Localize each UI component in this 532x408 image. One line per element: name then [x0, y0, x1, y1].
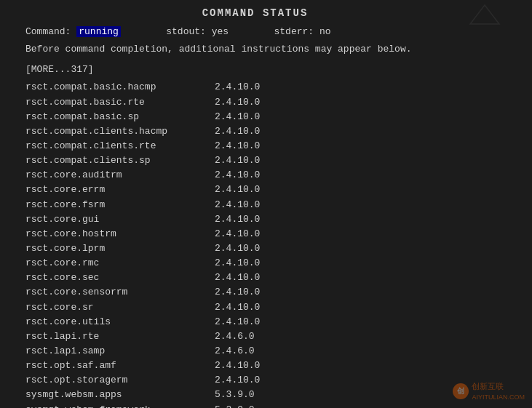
pkg-version: 2.4.10.0 — [215, 95, 260, 110]
pkg-version: 2.4.10.0 — [215, 212, 260, 227]
list-item: rsct.core.rmc2.4.10.0 — [25, 256, 525, 271]
list-item: rsct.core.sec2.4.10.0 — [25, 271, 525, 285]
list-item: rsct.opt.storagerm2.4.10.0 — [25, 373, 525, 388]
list-item: rsct.lapi.samp2.4.6.0 — [25, 344, 525, 359]
stderr-label: stderr: — [274, 26, 314, 37]
pkg-version: 2.4.10.0 — [215, 315, 260, 329]
list-item: rsct.opt.saf.amf2.4.10.0 — [25, 359, 525, 373]
pkg-version: 2.4.10.0 — [215, 198, 260, 212]
list-item: rsct.core.auditrm2.4.10.0 — [25, 168, 525, 183]
watermark: 创 创新互联AIYITULIAN.COM — [453, 381, 525, 401]
svg-marker-0 — [470, 5, 499, 24]
list-item: sysmgt.websm.framework5.3.9.0 — [25, 403, 525, 408]
page-title: COMMAND STATUS — [0, 7, 532, 19]
pkg-version: 2.4.10.0 — [215, 373, 260, 388]
pkg-name: rsct.core.errm — [25, 183, 215, 197]
pkg-version: 2.4.10.0 — [215, 271, 260, 285]
pkg-name: rsct.compat.basic.sp — [25, 110, 215, 124]
pkg-name: rsct.compat.basic.rte — [25, 95, 215, 110]
pkg-name: sysmgt.websm.apps — [25, 388, 215, 402]
terminal-window: COMMAND STATUS Command: running stdout: … — [0, 0, 532, 408]
list-item: sysmgt.websm.apps5.3.9.0 — [25, 388, 525, 402]
pkg-version: 2.4.10.0 — [215, 139, 260, 153]
pkg-version: 2.4.10.0 — [215, 153, 260, 168]
list-item: rsct.core.fsrm2.4.10.0 — [25, 198, 525, 212]
pkg-name: rsct.core.sr — [25, 300, 215, 315]
list-item: rsct.compat.clients.hacmp2.4.10.0 — [25, 124, 525, 139]
pkg-name: sysmgt.websm.framework — [25, 403, 215, 408]
more-line: [MORE...317] — [25, 63, 525, 77]
pkg-name: rsct.core.gui — [25, 212, 215, 227]
pkg-version: 2.4.10.0 — [215, 300, 260, 315]
package-list: rsct.compat.basic.hacmp2.4.10.0rsct.comp… — [25, 80, 525, 408]
pkg-version: 2.4.10.0 — [215, 124, 260, 139]
command-label: Command: — [25, 26, 71, 37]
pkg-version: 2.4.10.0 — [215, 241, 260, 256]
pkg-name: rsct.compat.clients.sp — [25, 153, 215, 168]
pkg-version: 2.4.10.0 — [215, 359, 260, 373]
watermark-text: 创新互联AIYITULIAN.COM — [472, 381, 525, 401]
list-item: rsct.compat.basic.rte2.4.10.0 — [25, 95, 525, 110]
stderr-value: no — [319, 26, 331, 37]
pkg-version: 2.4.10.0 — [215, 256, 260, 271]
pkg-version: 5.3.9.0 — [215, 403, 255, 408]
command-value: running — [76, 26, 121, 37]
pkg-version: 2.4.10.0 — [215, 80, 260, 95]
pkg-name: rsct.lapi.samp — [25, 344, 215, 359]
list-item: rsct.core.hostrm2.4.10.0 — [25, 227, 525, 241]
pkg-version: 2.4.6.0 — [215, 329, 255, 344]
list-item: rsct.compat.clients.rte2.4.10.0 — [25, 139, 525, 153]
pkg-name: rsct.opt.saf.amf — [25, 359, 215, 373]
pkg-name: rsct.lapi.rte — [25, 329, 215, 344]
pkg-version: 2.4.6.0 — [215, 344, 255, 359]
list-item: rsct.core.gui2.4.10.0 — [25, 212, 525, 227]
top-logo — [467, 4, 503, 25]
pkg-version: 2.4.10.0 — [215, 110, 260, 124]
pkg-name: rsct.compat.clients.rte — [25, 139, 215, 153]
pkg-name: rsct.opt.storagerm — [25, 373, 215, 388]
pkg-name: rsct.compat.basic.hacmp — [25, 80, 215, 95]
list-item: rsct.compat.basic.sp2.4.10.0 — [25, 110, 525, 124]
list-item: rsct.core.lprm2.4.10.0 — [25, 241, 525, 256]
pkg-name: rsct.core.utils — [25, 315, 215, 329]
pkg-name: rsct.core.fsrm — [25, 198, 215, 212]
list-item: rsct.compat.clients.sp2.4.10.0 — [25, 153, 525, 168]
pkg-name: rsct.compat.clients.hacmp — [25, 124, 215, 139]
list-item: rsct.lapi.rte2.4.6.0 — [25, 329, 525, 344]
pkg-name: rsct.core.auditrm — [25, 168, 215, 183]
stdout-label: stdout: — [166, 26, 206, 37]
pkg-version: 2.4.10.0 — [215, 227, 260, 241]
command-status-line: Command: running stdout: yes stderr: no — [25, 25, 525, 39]
list-item: rsct.core.sr2.4.10.0 — [25, 300, 525, 315]
list-item: rsct.core.errm2.4.10.0 — [25, 183, 525, 197]
list-item: rsct.core.sensorrm2.4.10.0 — [25, 285, 525, 300]
pkg-version: 2.4.10.0 — [215, 168, 260, 183]
pkg-version: 2.4.10.0 — [215, 183, 260, 197]
list-item: rsct.core.utils2.4.10.0 — [25, 315, 525, 329]
pkg-name: rsct.core.sec — [25, 271, 215, 285]
info-text: Before command completion, additional in… — [25, 42, 525, 57]
pkg-version: 2.4.10.0 — [215, 285, 260, 300]
pkg-version: 5.3.9.0 — [215, 388, 255, 402]
pkg-name: rsct.core.rmc — [25, 256, 215, 271]
stdout-value: yes — [212, 26, 229, 37]
pkg-name: rsct.core.lprm — [25, 241, 215, 256]
content-area: Command: running stdout: yes stderr: no … — [0, 25, 532, 408]
watermark-icon: 创 — [453, 383, 469, 399]
pkg-name: rsct.core.hostrm — [25, 227, 215, 241]
pkg-name: rsct.core.sensorrm — [25, 285, 215, 300]
list-item: rsct.compat.basic.hacmp2.4.10.0 — [25, 80, 525, 95]
